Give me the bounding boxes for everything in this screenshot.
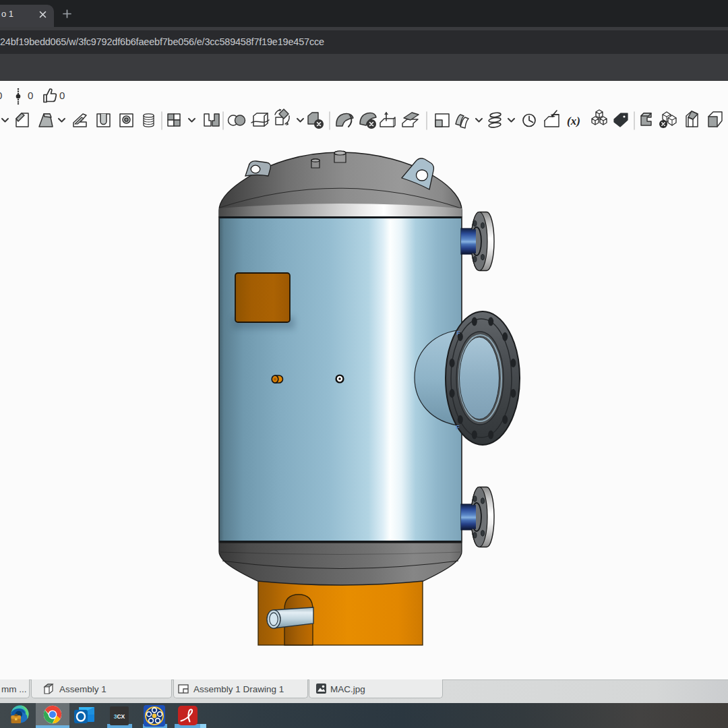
svg-text:(x): (x) — [567, 115, 580, 127]
svg-text:F: F — [456, 330, 460, 336]
svg-text:F: F — [456, 424, 460, 431]
svg-text:3CX: 3CX — [114, 713, 125, 720]
